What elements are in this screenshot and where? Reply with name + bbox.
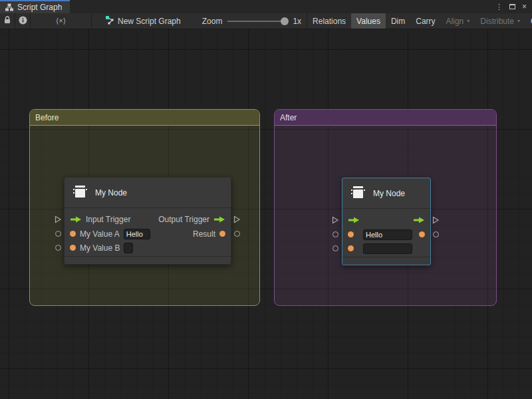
distribute-dropdown[interactable]: Distribute ▾ bbox=[475, 13, 525, 29]
unit-icon bbox=[71, 183, 88, 202]
tabbar-spacer bbox=[70, 0, 495, 13]
expression-icon: ⟨×⟩ bbox=[56, 17, 66, 25]
external-value-port[interactable] bbox=[234, 231, 240, 237]
zoom-slider-handle[interactable] bbox=[281, 17, 289, 25]
zoom-value: 1x bbox=[293, 17, 301, 26]
external-value-port[interactable] bbox=[433, 231, 439, 237]
unit-icon bbox=[349, 184, 366, 203]
value-a-port[interactable] bbox=[70, 231, 76, 237]
window-menu-icon[interactable]: ⋮ bbox=[495, 3, 503, 11]
value-b-port[interactable] bbox=[70, 245, 76, 251]
tab-script-graph[interactable]: Script Graph bbox=[0, 0, 70, 13]
tab-title: Script Graph bbox=[17, 3, 62, 12]
graph-canvas[interactable]: Before After My Node Input Tr bbox=[0, 29, 532, 399]
node-my-node-after[interactable]: My Node bbox=[342, 178, 431, 265]
chevron-down-icon: ▾ bbox=[517, 18, 520, 24]
new-script-graph-button[interactable]: New Script Graph bbox=[101, 13, 185, 29]
values-button[interactable]: Values bbox=[351, 13, 386, 29]
value-b-input[interactable] bbox=[124, 243, 133, 253]
info-button[interactable] bbox=[15, 13, 30, 29]
input-trigger-port[interactable] bbox=[348, 216, 360, 224]
group-before-label: Before bbox=[35, 113, 59, 122]
relations-button[interactable]: Relations bbox=[307, 13, 351, 29]
external-flow-output-port[interactable] bbox=[233, 215, 241, 223]
value-b-port[interactable] bbox=[348, 245, 354, 251]
external-flow-output-port[interactable] bbox=[432, 216, 440, 224]
result-port[interactable] bbox=[219, 231, 225, 237]
close-icon[interactable]: × bbox=[522, 3, 527, 11]
value-a-input[interactable] bbox=[363, 229, 412, 240]
node-footer bbox=[65, 256, 231, 264]
external-value-port[interactable] bbox=[55, 231, 61, 237]
node-my-node-before[interactable]: My Node Input Trigger Output Trigger My … bbox=[64, 177, 231, 265]
result-port[interactable] bbox=[419, 231, 425, 237]
new-script-graph-label: New Script Graph bbox=[118, 17, 181, 26]
group-after-header[interactable]: After bbox=[275, 110, 496, 126]
graph-toolbar: ⟨×⟩ New Script Graph Zoom 1x Relations V… bbox=[0, 13, 532, 29]
value-a-input[interactable] bbox=[124, 229, 150, 239]
value-b-input[interactable] bbox=[363, 243, 412, 254]
external-flow-input-port[interactable] bbox=[331, 216, 339, 224]
carry-button[interactable]: Carry bbox=[410, 13, 440, 29]
zoom-label: Zoom bbox=[202, 17, 223, 26]
group-after-label: After bbox=[280, 113, 297, 122]
lock-button[interactable] bbox=[0, 13, 15, 29]
graph-asset-icon bbox=[105, 15, 114, 27]
graph-hierarchy-icon bbox=[5, 3, 13, 11]
port-label: Output Trigger bbox=[158, 215, 209, 224]
output-trigger-port[interactable] bbox=[213, 215, 225, 223]
dim-button[interactable]: Dim bbox=[386, 13, 410, 29]
port-label: Input Trigger bbox=[86, 215, 130, 224]
node-title: My Node bbox=[95, 188, 127, 198]
zoom-slider-track[interactable] bbox=[227, 21, 287, 22]
lock-icon bbox=[3, 16, 11, 27]
port-label: My Value B bbox=[80, 243, 120, 253]
overview-button[interactable]: Overview bbox=[525, 13, 532, 29]
tab-bar: Script Graph ⋮ × bbox=[0, 0, 532, 13]
input-trigger-port[interactable] bbox=[70, 215, 82, 223]
external-value-port[interactable] bbox=[55, 245, 61, 251]
info-icon bbox=[19, 16, 27, 27]
toolbar-toggles: Relations Values Dim Carry Align ▾ Distr… bbox=[307, 13, 532, 29]
port-label: Result bbox=[193, 229, 215, 239]
align-dropdown[interactable]: Align ▾ bbox=[441, 13, 475, 29]
zoom-slider[interactable] bbox=[227, 17, 287, 26]
group-before-header[interactable]: Before bbox=[30, 110, 259, 126]
value-a-port[interactable] bbox=[348, 231, 354, 237]
chevron-down-icon: ▾ bbox=[467, 18, 469, 24]
output-trigger-port[interactable] bbox=[413, 216, 425, 224]
inspect-values-button[interactable]: ⟨×⟩ bbox=[31, 13, 91, 29]
node-footer bbox=[342, 257, 430, 265]
node-title: My Node bbox=[373, 189, 405, 198]
port-label: My Value A bbox=[80, 229, 120, 239]
external-flow-input-port[interactable] bbox=[54, 215, 62, 223]
external-value-port[interactable] bbox=[332, 245, 338, 251]
maximize-icon[interactable] bbox=[509, 4, 515, 9]
external-value-port[interactable] bbox=[332, 231, 338, 237]
